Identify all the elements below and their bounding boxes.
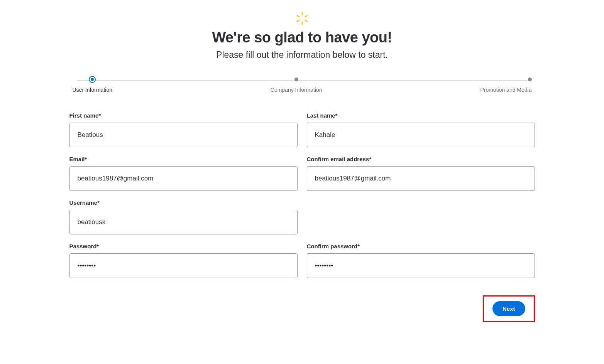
grid-spacer	[307, 199, 535, 234]
page-subtitle: Please fill out the information below to…	[69, 50, 536, 60]
step-promotion-media: Promotion and Media	[480, 78, 531, 93]
field-first-name: First name*	[69, 112, 298, 147]
step-user-information: User Information	[73, 78, 112, 93]
step-label: Promotion and Media	[480, 87, 531, 93]
last-name-input[interactable]	[307, 123, 535, 147]
first-name-label: First name*	[69, 112, 298, 119]
confirm-email-input[interactable]	[307, 166, 535, 191]
signup-container: We're so glad to have you! Please fill o…	[69, 0, 536, 337]
svg-rect-3	[296, 19, 299, 22]
step-label: Company Information	[271, 87, 322, 93]
last-name-label: Last name*	[307, 112, 535, 119]
next-button-highlight: Next	[483, 295, 535, 322]
password-label: Password*	[69, 243, 298, 249]
email-label: Email*	[69, 156, 298, 162]
username-input[interactable]	[69, 210, 298, 234]
svg-rect-1	[301, 22, 303, 25]
email-input[interactable]	[69, 166, 298, 191]
password-input[interactable]	[69, 253, 298, 278]
walmart-spark-logo	[69, 12, 536, 25]
step-dot	[294, 78, 298, 81]
signup-form: First name* Last name* Email* Confirm em…	[69, 112, 536, 278]
field-confirm-email: Confirm email address*	[307, 156, 535, 191]
confirm-password-label: Confirm password*	[307, 243, 535, 249]
step-dot	[528, 78, 532, 81]
svg-rect-5	[304, 19, 308, 22]
confirm-email-label: Confirm email address*	[307, 156, 535, 162]
field-confirm-password: Confirm password*	[307, 243, 535, 278]
field-username: Username*	[69, 199, 298, 234]
field-password: Password*	[69, 243, 298, 278]
field-last-name: Last name*	[307, 112, 535, 147]
form-actions: Next	[69, 295, 536, 322]
first-name-input[interactable]	[69, 123, 298, 147]
step-label: User Information	[73, 87, 112, 93]
next-button[interactable]: Next	[492, 301, 525, 316]
step-dot-active	[89, 76, 96, 83]
progress-stepper: User Information Company Information Pro…	[73, 78, 532, 93]
username-label: Username*	[69, 199, 298, 206]
page-title: We're so glad to have you!	[69, 29, 536, 46]
svg-rect-4	[296, 15, 299, 17]
spark-icon	[295, 12, 309, 25]
svg-rect-0	[301, 12, 303, 16]
svg-rect-2	[304, 15, 308, 17]
confirm-password-input[interactable]	[307, 253, 535, 278]
field-email: Email*	[69, 156, 298, 191]
step-company-information: Company Information	[271, 78, 322, 93]
